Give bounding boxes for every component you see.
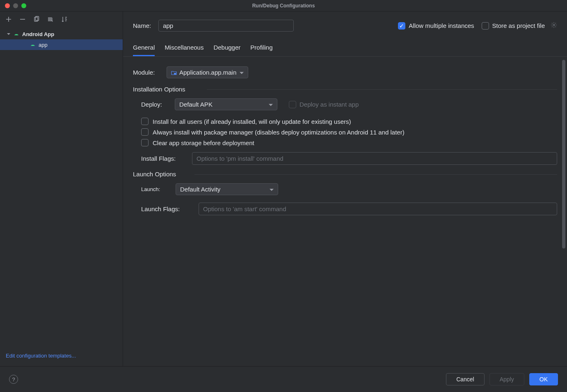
titlebar: Run/Debug Configurations [0, 0, 567, 11]
close-window-button[interactable] [5, 3, 10, 8]
button-bar: ? Cancel Apply OK [0, 366, 567, 392]
tab-profiling[interactable]: Profiling [250, 44, 272, 56]
sidebar: Android App app Edit configuration templ… [0, 11, 123, 366]
checkbox-icon [289, 101, 296, 108]
tab-miscellaneous[interactable]: Miscellaneous [165, 44, 203, 56]
add-configuration-icon[interactable] [5, 16, 12, 23]
launch-value: Default Activity [180, 186, 220, 193]
minimize-window-button[interactable] [13, 3, 18, 8]
window-title: Run/Debug Configurations [252, 3, 315, 9]
tabs: General Miscellaneous Debugger Profiling [123, 35, 567, 57]
sidebar-toolbar [0, 11, 123, 27]
deploy-select[interactable]: Default APK [175, 98, 277, 110]
cancel-button[interactable]: Cancel [446, 373, 485, 385]
sort-configurations-icon[interactable] [61, 16, 68, 23]
store-as-project-label: Store as project file [492, 22, 545, 29]
checkbox-icon [141, 139, 149, 146]
name-input[interactable] [158, 20, 294, 32]
module-label: Module: [133, 69, 161, 76]
launch-label: Launch: [141, 186, 170, 192]
install-all-users-checkbox[interactable]: Install for all users (if already instal… [141, 118, 557, 125]
chevron-down-icon [7, 32, 11, 36]
checkbox-icon: ✓ [398, 22, 405, 30]
tree-item-app[interactable]: app [0, 39, 123, 50]
allow-multiple-label: Allow multiple instances [409, 22, 474, 29]
remove-configuration-icon[interactable] [19, 16, 26, 23]
scrollbar[interactable] [562, 60, 565, 248]
copy-configuration-icon[interactable] [33, 16, 40, 23]
launch-flags-label: Launch Flags: [141, 205, 193, 212]
module-value: Application.app.main [179, 69, 236, 76]
tree-group-label: Android App [22, 31, 54, 37]
store-as-project-checkbox[interactable]: Store as project file [482, 22, 557, 30]
tab-general[interactable]: General [133, 44, 155, 56]
edit-templates-link[interactable]: Edit configuration templates... [6, 353, 76, 359]
clear-storage-label: Clear app storage before deployment [153, 139, 254, 146]
module-select[interactable]: Application.app.main [167, 66, 248, 78]
install-flags-label: Install Flags: [141, 155, 186, 162]
deploy-label: Deploy: [141, 101, 169, 108]
svg-rect-3 [174, 73, 176, 75]
launch-select[interactable]: Default Activity [176, 183, 278, 195]
launch-options-title: Launch Options [133, 171, 557, 178]
deploy-value: Default APK [179, 101, 213, 108]
install-flags-input[interactable] [192, 152, 557, 165]
checkbox-icon [482, 22, 489, 30]
instant-app-checkbox: Deploy as instant app [289, 101, 359, 108]
installation-options-title: Installation Options [133, 86, 557, 93]
clear-storage-checkbox[interactable]: Clear app storage before deployment [141, 139, 557, 146]
install-all-users-label: Install for all users (if already instal… [153, 118, 351, 125]
ok-button[interactable]: OK [529, 373, 558, 385]
gear-icon[interactable] [551, 22, 557, 30]
help-button[interactable]: ? [9, 375, 18, 384]
apply-button: Apply [489, 373, 524, 385]
tree-item-label: app [39, 42, 48, 48]
always-pkg-manager-label: Always install with package manager (dis… [153, 129, 405, 136]
checkbox-icon [141, 128, 149, 136]
folder-icon [171, 70, 177, 75]
svg-point-2 [553, 24, 555, 26]
allow-multiple-checkbox[interactable]: ✓ Allow multiple instances [398, 22, 474, 30]
always-pkg-manager-checkbox[interactable]: Always install with package manager (dis… [141, 128, 557, 136]
configuration-tree: Android App app [0, 27, 123, 349]
save-configuration-icon[interactable] [47, 16, 54, 23]
checkbox-icon [141, 118, 149, 125]
android-icon [30, 42, 36, 48]
android-icon [13, 31, 20, 37]
launch-flags-input[interactable] [199, 203, 557, 215]
name-label: Name: [133, 22, 151, 29]
tab-debugger[interactable]: Debugger [213, 44, 240, 56]
main-panel: Name: ✓ Allow multiple instances Store a… [123, 11, 567, 366]
tree-group-android-app[interactable]: Android App [0, 29, 123, 39]
zoom-window-button[interactable] [21, 3, 26, 8]
instant-app-label: Deploy as instant app [300, 101, 359, 108]
